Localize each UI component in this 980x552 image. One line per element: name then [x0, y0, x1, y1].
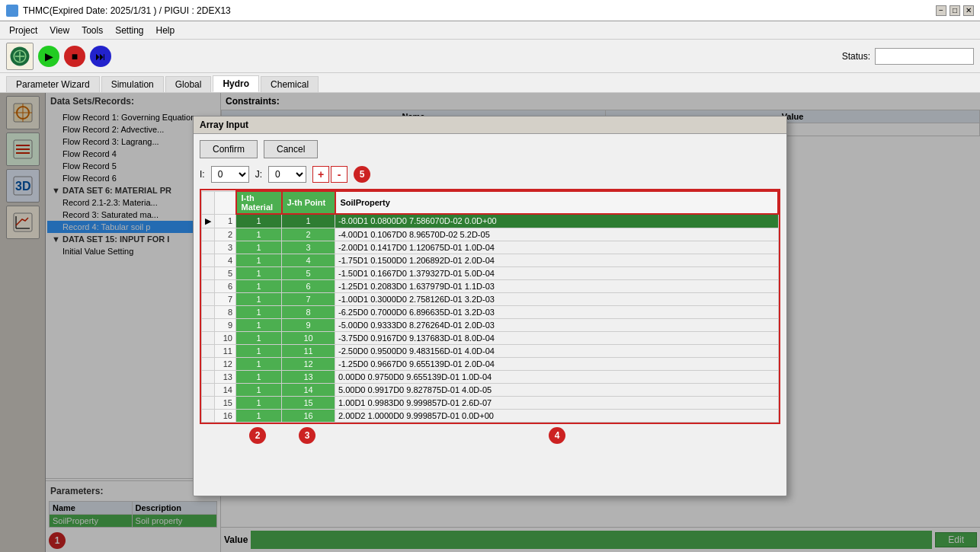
- array-table-container: I-th Material J-th Point SoilProperty ▶1…: [200, 189, 780, 424]
- cell-soil-14: 5.00D0 0.9917D0 9.827875D-01 4.0D-05: [335, 383, 779, 396]
- forward-button[interactable]: ⏭: [90, 46, 111, 67]
- badge-5: 5: [354, 166, 370, 183]
- row-arrow-14: [202, 383, 215, 396]
- cell-j-9: 9: [282, 318, 335, 331]
- cell-i-3: 1: [236, 241, 282, 254]
- titlebar-title: THMC(Expired Date: 2025/1/31 ) / PIGUI :…: [23, 5, 231, 16]
- cell-j-13: 13: [282, 370, 335, 383]
- j-select[interactable]: 0: [268, 166, 306, 183]
- cell-i-4: 1: [236, 254, 282, 266]
- menu-view[interactable]: View: [43, 24, 75, 37]
- cell-i-5: 1: [236, 266, 282, 279]
- cell-soil-5: -1.50D1 0.1667D0 1.379327D-01 5.0D-04: [335, 266, 779, 279]
- col-row-num-header: [215, 191, 236, 214]
- row-num-3: 3: [215, 241, 236, 254]
- status-area: Status:: [842, 48, 974, 65]
- row-arrow-2: [202, 228, 215, 241]
- toolbar: ▶ ■ ⏭ Status:: [0, 40, 980, 73]
- menu-help[interactable]: Help: [150, 24, 181, 37]
- cell-i-15: 1: [236, 396, 282, 409]
- minimize-button[interactable]: −: [936, 5, 946, 16]
- array-row-14[interactable]: 141145.00D0 0.9917D0 9.827875D-01 4.0D-0…: [202, 383, 779, 396]
- modal-buttons: Confirm Cancel: [200, 140, 780, 158]
- row-num-16: 16: [215, 409, 236, 422]
- cell-i-13: 1: [236, 370, 282, 383]
- close-button[interactable]: ✕: [963, 5, 974, 16]
- j-label: J:: [255, 169, 262, 180]
- row-num-7: 7: [215, 292, 236, 305]
- array-row-11[interactable]: 11111-2.50D0 0.9500D0 9.483156D-01 4.0D-…: [202, 344, 779, 357]
- cell-i-8: 1: [236, 305, 282, 318]
- status-input[interactable]: [875, 48, 974, 65]
- cell-j-16: 16: [282, 409, 335, 422]
- col-soil-header: SoilProperty: [335, 191, 779, 214]
- stop-button[interactable]: ■: [64, 46, 85, 67]
- array-row-6[interactable]: 616-1.25D1 0.2083D0 1.637979D-01 1.1D-03: [202, 279, 779, 292]
- row-arrow-6: [202, 279, 215, 292]
- array-row-8[interactable]: 818-6.25D0 0.7000D0 6.896635D-01 3.2D-03: [202, 305, 779, 318]
- badge-2: 2: [249, 427, 266, 444]
- badge-3: 3: [299, 427, 315, 444]
- cell-j-8: 8: [282, 305, 335, 318]
- array-row-3[interactable]: 313-2.00D1 0.1417D0 1.120675D-01 1.0D-04: [202, 241, 779, 254]
- col-i-header: I-th Material: [236, 191, 282, 214]
- row-num-8: 8: [215, 305, 236, 318]
- array-row-7[interactable]: 717-1.00D1 0.3000D0 2.758126D-01 3.2D-03: [202, 292, 779, 305]
- app-icon: [6, 5, 18, 17]
- row-num-5: 5: [215, 266, 236, 279]
- menubar: Project View Tools Setting Help: [0, 21, 980, 40]
- cell-i-14: 1: [236, 383, 282, 396]
- cell-soil-16: 2.00D2 1.0000D0 9.999857D-01 0.0D+00: [335, 409, 779, 422]
- play-button[interactable]: ▶: [38, 46, 59, 67]
- cell-soil-1: -8.00D1 0.0800D0 7.586070D-02 0.0D+00: [335, 214, 779, 228]
- cell-soil-9: -5.00D0 0.9333D0 8.276264D-01 2.0D-03: [335, 318, 779, 331]
- array-row-10[interactable]: 10110-3.75D0 0.9167D0 9.137683D-01 8.0D-…: [202, 331, 779, 344]
- main-content: 3D Data Sets/Records: Flow Record 1: Gov…: [0, 93, 980, 552]
- titlebar-controls[interactable]: − □ ✕: [936, 5, 974, 16]
- array-table: I-th Material J-th Point SoilProperty ▶1…: [201, 190, 779, 423]
- cell-j-7: 7: [282, 292, 335, 305]
- tab-global[interactable]: Global: [165, 76, 212, 92]
- row-num-11: 11: [215, 344, 236, 357]
- tab-chemical[interactable]: Chemical: [261, 76, 319, 92]
- minus-button[interactable]: -: [331, 166, 347, 183]
- menu-setting[interactable]: Setting: [109, 24, 149, 37]
- array-row-2[interactable]: 212-4.00D1 0.1067D0 8.96570D-02 5.2D-05: [202, 228, 779, 241]
- cell-soil-3: -2.00D1 0.1417D0 1.120675D-01 1.0D-04: [335, 241, 779, 254]
- array-row-4[interactable]: 414-1.75D1 0.1500D0 1.206892D-01 2.0D-04: [202, 254, 779, 266]
- cancel-button[interactable]: Cancel: [264, 140, 318, 158]
- confirm-button[interactable]: Confirm: [200, 140, 258, 158]
- array-row-16[interactable]: 161162.00D2 1.0000D0 9.999857D-01 0.0D+0…: [202, 409, 779, 422]
- cell-j-5: 5: [282, 266, 335, 279]
- plus-button[interactable]: +: [312, 166, 329, 183]
- array-row-1[interactable]: ▶111-8.00D1 0.0800D0 7.586070D-02 0.0D+0…: [202, 214, 779, 228]
- tab-hydro[interactable]: Hydro: [213, 75, 259, 92]
- maximize-button[interactable]: □: [950, 5, 960, 16]
- cell-i-12: 1: [236, 357, 282, 370]
- cell-j-12: 12: [282, 357, 335, 370]
- titlebar-left: THMC(Expired Date: 2025/1/31 ) / PIGUI :…: [6, 5, 231, 17]
- i-select[interactable]: 0: [211, 166, 249, 183]
- menu-project[interactable]: Project: [3, 24, 43, 37]
- modal-overlay: Array Input Confirm Cancel I: 0 J: 0: [0, 93, 980, 552]
- tab-parameter-wizard[interactable]: Parameter Wizard: [6, 76, 100, 92]
- cell-soil-2: -4.00D1 0.1067D0 8.96570D-02 5.2D-05: [335, 228, 779, 241]
- menu-tools[interactable]: Tools: [75, 24, 109, 37]
- cell-soil-12: -1.25D0 0.9667D0 9.655139D-01 2.0D-04: [335, 357, 779, 370]
- array-input-modal: Array Input Confirm Cancel I: 0 J: 0: [193, 116, 787, 496]
- array-row-5[interactable]: 515-1.50D1 0.1667D0 1.379327D-01 5.0D-04: [202, 266, 779, 279]
- row-arrow-5: [202, 266, 215, 279]
- array-row-15[interactable]: 151151.00D1 0.9983D0 9.999857D-01 2.6D-0…: [202, 396, 779, 409]
- row-num-10: 10: [215, 331, 236, 344]
- cell-soil-10: -3.75D0 0.9167D0 9.137683D-01 8.0D-04: [335, 331, 779, 344]
- row-num-12: 12: [215, 357, 236, 370]
- tab-simulation[interactable]: Simulation: [101, 76, 164, 92]
- cell-i-11: 1: [236, 344, 282, 357]
- row-arrow-9: [202, 318, 215, 331]
- array-row-12[interactable]: 12112-1.25D0 0.9667D0 9.655139D-01 2.0D-…: [202, 357, 779, 370]
- array-row-13[interactable]: 131130.00D0 0.9750D0 9.655139D-01 1.0D-0…: [202, 370, 779, 383]
- cell-soil-8: -6.25D0 0.7000D0 6.896635D-01 3.2D-03: [335, 305, 779, 318]
- array-row-9[interactable]: 919-5.00D0 0.9333D0 8.276264D-01 2.0D-03: [202, 318, 779, 331]
- row-arrow-3: [202, 241, 215, 254]
- cell-j-6: 6: [282, 279, 335, 292]
